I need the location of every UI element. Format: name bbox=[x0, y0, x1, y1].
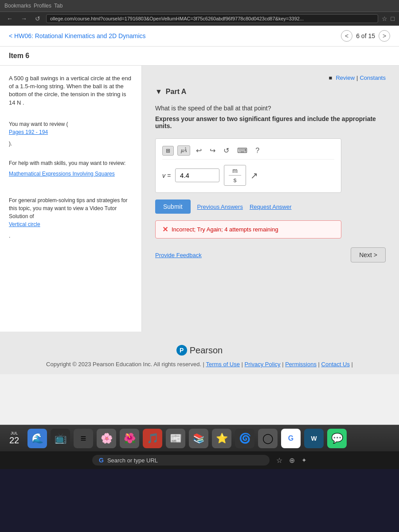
tab-label: Tab bbox=[54, 3, 63, 9]
bookmark-label: Bookmarks bbox=[4, 3, 31, 9]
forward-button[interactable]: → bbox=[19, 14, 29, 23]
math-link[interactable]: Mathematical Expressions Involving Squar… bbox=[9, 171, 133, 177]
formula-toolbar: ⊞ μÀ ↩ ↪ ↺ ⌨ ? bbox=[162, 145, 334, 160]
taskbar-month: JUL bbox=[11, 431, 18, 435]
undo-button[interactable]: ↩ bbox=[194, 145, 204, 156]
review-pages-link[interactable]: Pages 192 - 194 bbox=[9, 128, 133, 136]
search-bar[interactable]: G Search or type URL bbox=[92, 455, 270, 466]
redo-button[interactable]: ↪ bbox=[207, 145, 218, 156]
taskbar-news[interactable]: 📰 bbox=[166, 429, 185, 448]
constants-link[interactable]: Constants bbox=[360, 74, 386, 81]
taskbar-photos[interactable]: 🌺 bbox=[120, 429, 139, 448]
taskbar-messages[interactable]: 💬 bbox=[327, 429, 347, 448]
review-link[interactable]: Review bbox=[336, 74, 355, 81]
question-text: What is the speed of the ball at that po… bbox=[155, 105, 386, 112]
url-bar[interactable]: ollege.com/course.html?courseId=17916803… bbox=[46, 14, 378, 23]
unit-box: m s bbox=[224, 165, 246, 186]
item-header: Item 6 bbox=[0, 47, 399, 66]
privacy-link[interactable]: Privacy Policy bbox=[245, 361, 281, 368]
refresh-button[interactable]: ↺ bbox=[33, 14, 43, 23]
unit-top: m bbox=[229, 167, 241, 176]
previous-answers-link[interactable]: Previous Answers bbox=[197, 203, 243, 210]
cursor-arrow-icon: ↗ bbox=[250, 170, 258, 181]
sidebar: A 500 g ball swings in a vertical circle… bbox=[0, 66, 142, 332]
unit-bottom: s bbox=[229, 176, 241, 184]
content-area: A 500 g ball swings in a vertical circle… bbox=[0, 66, 399, 332]
bottom-bar: G Search or type URL ☆ ⊕ ✦ bbox=[0, 451, 399, 469]
footer-sep1: | bbox=[242, 361, 245, 368]
taskbar-day: 22 bbox=[9, 435, 19, 446]
bottom-add-icon[interactable]: ⊕ bbox=[289, 456, 295, 465]
grid-tool-button[interactable]: ⊞ bbox=[162, 146, 174, 156]
review-bar: ■ Review | Constants bbox=[155, 74, 386, 81]
pearson-name: Pearson bbox=[190, 345, 223, 356]
google-search-icon: G bbox=[99, 457, 104, 464]
question-sub-text: Express your answer to two significant f… bbox=[155, 115, 386, 129]
taskbar-launchpad[interactable]: ≡ bbox=[74, 429, 93, 448]
bottom-star-icon[interactable]: ☆ bbox=[276, 456, 282, 465]
footer: P Pearson Copyright © 2023 Pearson Educa… bbox=[0, 332, 399, 374]
help-text: For help with math skills, you may want … bbox=[9, 159, 133, 167]
taskbar-swirl[interactable]: 🌀 bbox=[235, 429, 254, 448]
taskbar-calendar[interactable]: JUL 22 bbox=[4, 429, 24, 448]
pearson-circle-icon: P bbox=[176, 345, 187, 356]
error-icon: ✕ bbox=[162, 225, 168, 234]
keyboard-button[interactable]: ⌨ bbox=[235, 145, 250, 156]
taskbar: JUL 22 🌊 📺 ≡ 🌸 🌺 🎵 📰 📚 ⭐ 🌀 ◯ G W 💬 bbox=[0, 425, 399, 451]
footer-sep3: | bbox=[318, 361, 321, 368]
taskbar-books[interactable]: 📚 bbox=[189, 429, 208, 448]
taskbar-finder[interactable]: 🌊 bbox=[27, 429, 47, 448]
top-nav: < HW06: Rotational Kinematics and 2D Dyn… bbox=[0, 26, 399, 47]
v-label: v = bbox=[162, 172, 171, 179]
taskbar-music[interactable]: 🎵 bbox=[143, 429, 162, 448]
provide-feedback-link[interactable]: Provide Feedback bbox=[155, 252, 202, 258]
prev-page-button[interactable]: < bbox=[341, 30, 352, 42]
answer-input-row: v = m s ↗ bbox=[162, 165, 334, 186]
main-container: < HW06: Rotational Kinematics and 2D Dyn… bbox=[0, 26, 399, 425]
video-link[interactable]: Vertical circle bbox=[9, 220, 133, 228]
refresh-tool-button[interactable]: ↺ bbox=[221, 145, 231, 156]
taskbar-tv[interactable]: 📺 bbox=[51, 429, 70, 448]
search-placeholder-text: Search or type URL bbox=[107, 457, 158, 464]
submit-button[interactable]: Submit bbox=[155, 200, 191, 214]
bottom-settings-icon[interactable]: ✦ bbox=[301, 457, 307, 464]
contact-link[interactable]: Contact Us bbox=[321, 361, 350, 368]
browser-toolbar: ← → ↺ ollege.com/course.html?courseId=17… bbox=[0, 12, 399, 26]
review-prompt-text: You may want to review (Pages 192 - 194)… bbox=[9, 120, 133, 148]
course-title[interactable]: < HW06: Rotational Kinematics and 2D Dyn… bbox=[9, 32, 146, 39]
next-button[interactable]: Next > bbox=[351, 247, 386, 262]
taskbar-word[interactable]: W bbox=[304, 429, 324, 448]
problem-text: A 500 g ball swings in a vertical circle… bbox=[9, 74, 133, 107]
next-page-button[interactable]: > bbox=[379, 30, 390, 42]
main-panel: ■ Review | Constants ▼ Part A What is th… bbox=[142, 66, 399, 332]
terms-link[interactable]: Terms of Use bbox=[206, 361, 240, 368]
taskbar-star[interactable]: ⭐ bbox=[212, 429, 231, 448]
review-separator: | bbox=[356, 74, 358, 81]
window-icon[interactable]: □ bbox=[391, 15, 395, 22]
review-icon: ■ bbox=[329, 74, 332, 81]
error-box: ✕ Incorrect; Try Again; 4 attempts remai… bbox=[155, 220, 341, 239]
bottom-row: Provide Feedback Next > bbox=[155, 247, 386, 262]
request-answer-link[interactable]: Request Answer bbox=[250, 203, 292, 210]
bookmark-star-icon[interactable]: ☆ bbox=[382, 15, 387, 22]
answer-input[interactable] bbox=[175, 168, 219, 182]
back-button[interactable]: ← bbox=[4, 14, 15, 23]
permissions-link[interactable]: Permissions bbox=[285, 361, 317, 368]
taskbar-chrome[interactable]: G bbox=[281, 429, 301, 448]
error-message: Incorrect; Try Again; 4 attempts remaini… bbox=[172, 226, 278, 233]
pagination-area: < 6 of 15 > bbox=[341, 30, 390, 42]
footer-links: Copyright © 2023 Pearson Education Inc. … bbox=[9, 361, 390, 368]
pearson-logo: P Pearson bbox=[9, 345, 390, 356]
item-label: Item 6 bbox=[9, 52, 29, 59]
video-text: For general problem-solving tips and str… bbox=[9, 196, 133, 240]
taskbar-circle[interactable]: ◯ bbox=[258, 429, 278, 448]
copyright-text: Copyright © 2023 Pearson Education Inc. … bbox=[46, 361, 204, 368]
part-a-label: Part A bbox=[166, 88, 187, 96]
footer-sep4: | bbox=[352, 361, 353, 368]
submit-row: Submit Previous Answers Request Answer bbox=[155, 200, 386, 214]
mu-tool-button[interactable]: μÀ bbox=[177, 145, 190, 156]
help-tool-button[interactable]: ? bbox=[253, 146, 262, 156]
part-a-dropdown-icon[interactable]: ▼ bbox=[155, 88, 162, 96]
taskbar-flower[interactable]: 🌸 bbox=[97, 429, 116, 448]
part-a-header: ▼ Part A bbox=[155, 88, 386, 96]
